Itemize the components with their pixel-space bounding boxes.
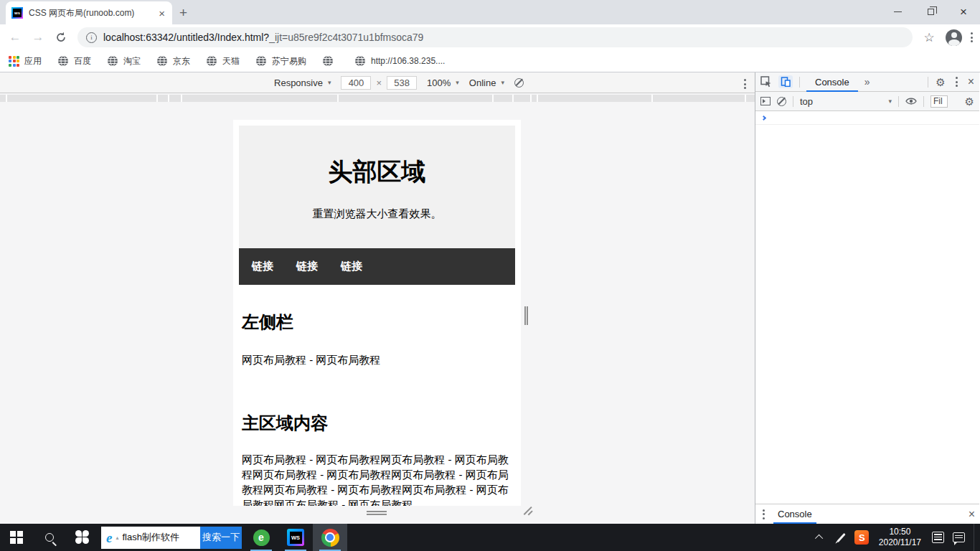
close-window-button[interactable]: ×	[947, 0, 980, 24]
new-tab-button[interactable]: +	[179, 6, 187, 19]
forward-button[interactable]: →	[27, 27, 49, 48]
bookmark-item[interactable]: 苏宁易购	[255, 55, 306, 67]
globe-icon	[354, 55, 366, 67]
console-prompt-row[interactable]	[755, 111, 979, 125]
viewport-resize-handle-corner[interactable]	[521, 504, 535, 518]
window-controls: ×	[881, 0, 980, 24]
throttling-select[interactable]: Online ▾	[469, 77, 504, 88]
url-host: localhost:63342/untitled3/Index.html?	[103, 32, 269, 43]
globe-icon	[156, 55, 168, 67]
browser-menu-button[interactable]	[968, 29, 976, 45]
sogou-ime-button[interactable]: S	[852, 524, 872, 551]
reload-button[interactable]	[50, 27, 72, 48]
globe-icon	[57, 55, 69, 67]
search-widget-button[interactable]: 搜索一下	[200, 527, 242, 549]
nav-link[interactable]: 链接	[242, 248, 283, 285]
divider	[923, 96, 924, 107]
notes-icon	[932, 532, 944, 543]
toggle-device-toolbar-button[interactable]	[778, 75, 793, 88]
execution-context-select[interactable]: top ▾	[800, 96, 892, 107]
clock-date: 2020/11/17	[879, 537, 921, 548]
viewport-resize-handle-right[interactable]	[524, 306, 528, 325]
search-widget-query: flash制作软件	[122, 531, 179, 544]
globe-icon	[107, 55, 118, 67]
minimize-button[interactable]	[881, 0, 914, 24]
show-desktop-button[interactable]	[974, 524, 977, 551]
sidebar-heading: 左侧栏	[242, 311, 512, 334]
page-body: 头部区域 重置浏览器大小查看效果。 链接 链接 链接 左侧栏 网页布局教程 - …	[239, 126, 515, 506]
console-toolbar: top ▾ Fil ⚙	[755, 92, 979, 111]
bookmark-item[interactable]: 百度	[57, 55, 91, 67]
console-sidebar-toggle-icon[interactable]	[760, 97, 771, 105]
clear-console-icon[interactable]	[777, 97, 786, 106]
webstorm-favicon-icon: ws	[11, 7, 23, 19]
bookmark-item[interactable]: 京东	[156, 55, 190, 67]
taskbar-app-webstorm[interactable]: WS	[278, 524, 313, 551]
viewport-height-input[interactable]: 538	[387, 76, 417, 90]
nav-link[interactable]: 链接	[331, 248, 372, 285]
rotate-disabled-icon[interactable]	[514, 78, 524, 88]
browser-tab[interactable]: ws CSS 网页布局(runoob.com) ×	[6, 1, 172, 24]
inspect-element-icon[interactable]	[760, 76, 772, 88]
tab-close-icon[interactable]: ×	[157, 8, 166, 19]
screen: ws CSS 网页布局(runoob.com) × + × ← → i loca…	[0, 0, 980, 551]
zoom-select[interactable]: 100% ▾	[427, 77, 459, 88]
main-paragraph-1: 网页布局教程 - 网页布局教程网页布局教程 - 网页布局教程网页布局教程 - 网…	[242, 452, 512, 506]
bookmark-item[interactable]	[322, 55, 339, 67]
drawer-close-button[interactable]: ×	[969, 508, 975, 521]
taskbar-app-chrome[interactable]	[313, 524, 347, 551]
console-output[interactable]	[755, 111, 979, 504]
bookmark-item[interactable]: 天猫	[206, 55, 240, 67]
ink-workspace-button[interactable]	[831, 524, 852, 551]
device-mode-select[interactable]: Responsive ▾	[274, 77, 331, 88]
tab-console[interactable]: Console	[806, 72, 858, 91]
bookmark-label: 苏宁易购	[272, 55, 306, 67]
active-tab-indicator	[773, 522, 816, 524]
console-filter-input[interactable]: Fil	[930, 95, 948, 108]
browser-toolbar: ← → i localhost:63342/untitled3/Index.ht…	[0, 24, 980, 50]
windows-logo-icon	[10, 531, 23, 544]
pen-icon	[837, 532, 845, 542]
pinwheel-app-button[interactable]	[66, 524, 99, 551]
action-center-button[interactable]	[948, 524, 969, 551]
devtools-main-toolbar: Console » ⚙ ×	[755, 72, 979, 92]
media-query-bar[interactable]	[0, 95, 755, 102]
bookmark-star-button[interactable]: ☆	[918, 27, 940, 48]
devtools-settings-gear-icon[interactable]: ⚙	[936, 77, 945, 88]
bookmark-label: http://106.38.235....	[371, 56, 445, 66]
back-button[interactable]: ←	[4, 27, 26, 48]
live-expression-eye-icon[interactable]	[905, 97, 917, 105]
taskbar-app-360[interactable]: e	[244, 524, 278, 551]
device-toolbar-menu-button[interactable]	[741, 76, 749, 92]
close-icon: ×	[960, 6, 967, 18]
drawer-tab-console[interactable]: Console	[773, 504, 816, 524]
active-tab-indicator	[806, 90, 858, 92]
viewport-resize-handle-bottom[interactable]	[367, 511, 387, 515]
address-bar[interactable]: i localhost:63342/untitled3/Index.html?_…	[77, 27, 913, 47]
search-widget-field[interactable]: e ▴ flash制作软件	[101, 527, 200, 549]
page-info-icon[interactable]: i	[86, 32, 97, 43]
restore-button[interactable]	[914, 0, 947, 24]
chevron-down-icon: ▾	[888, 98, 892, 105]
size-times-label: ×	[376, 77, 382, 88]
profile-avatar[interactable]	[946, 29, 962, 46]
nav-link[interactable]: 链接	[287, 248, 327, 285]
taskbar-search-button[interactable]	[33, 524, 66, 551]
drawer-menu-button[interactable]	[760, 507, 768, 522]
hidden-icons-button[interactable]	[810, 524, 831, 551]
bookmark-apps[interactable]: 应用	[9, 55, 42, 67]
console-settings-gear-icon[interactable]: ⚙	[965, 96, 974, 107]
more-tabs-button[interactable]: »	[864, 76, 870, 88]
devtools-close-button[interactable]: ×	[968, 75, 974, 88]
bookmark-label: 应用	[24, 55, 42, 67]
taskbar-clock[interactable]: 10:50 2020/11/17	[872, 527, 928, 548]
star-icon: ☆	[923, 30, 934, 45]
bookmark-item[interactable]: http://106.38.235....	[354, 55, 445, 67]
chevron-down-icon: ▾	[328, 79, 331, 86]
viewport-width-input[interactable]: 400	[341, 76, 371, 90]
chrome-icon	[321, 529, 339, 547]
ime-panel-button[interactable]	[928, 524, 948, 551]
start-button[interactable]	[0, 524, 33, 551]
devtools-menu-button[interactable]	[953, 74, 961, 90]
bookmark-item[interactable]: 淘宝	[107, 55, 141, 67]
